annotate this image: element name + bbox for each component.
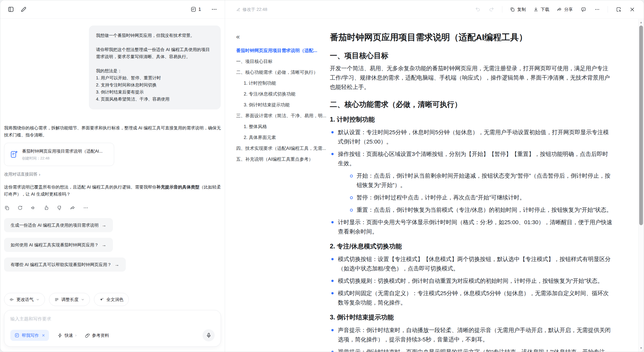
arrow-right-icon: → — [102, 223, 106, 228]
copy-doc-button[interactable]: 复制 — [510, 7, 526, 12]
toolbar-divider — [608, 6, 608, 13]
user-message-line: 我的想法是： — [96, 67, 214, 75]
arrow-right-icon: → — [102, 242, 106, 248]
share-doc-button[interactable]: 分享 — [557, 7, 573, 12]
bullet-item: 默认设置：专注时间25分钟，休息时间5分钟（短休息），无需用户手动设置初始值，打… — [330, 128, 613, 146]
user-message-line: 4. 页面风格希望简洁、干净、容易使用 — [96, 96, 214, 103]
regenerate-button[interactable] — [17, 205, 23, 210]
change-tone-label: 更改语气 — [16, 297, 34, 302]
writing-tools-row: 更改语气 调整长度 全文润色 — [4, 293, 221, 306]
scroll-up-arrow[interactable]: ▲ — [638, 19, 644, 25]
document-toolbar: 修改于 22:48 复制 下载 — [225, 0, 644, 19]
outline-item[interactable]: 一、项目核心目标 — [236, 58, 330, 64]
redo-icon — [489, 7, 494, 12]
undo-button[interactable] — [475, 6, 481, 12]
chevron-right-icon: › — [75, 333, 77, 338]
copy-icon — [510, 7, 515, 12]
change-tone-button[interactable]: 更改语气 — [4, 293, 45, 306]
toolbar-divider — [502, 6, 502, 13]
outline-item[interactable]: 二、核心功能需求（必做，清晰可执行） — [236, 69, 330, 75]
polish-text-button[interactable]: 全文润色 — [94, 293, 129, 306]
outline-item[interactable]: 2. 专注/休息模式切换功能 — [236, 91, 330, 97]
thumbs-up-button[interactable] — [43, 205, 49, 210]
assistant-intro-text: 我将围绕你的核心需求，拆解功能细节、界面要求和执行标准，整理成 AI 编程工具可… — [4, 125, 221, 139]
chat-more-button[interactable] — [211, 6, 218, 13]
bullet-text: 操作按钮：页面核心区域设置3个清晰按钮，分别为【开始】【暂停】【重置】，按钮功能… — [338, 151, 608, 167]
bullet-item: 视觉提示：倒计时结束时，页面中央显示明显的提示文字（如“专注结束，该休息啦！”“… — [330, 347, 613, 352]
voice-input-button[interactable] — [203, 329, 215, 341]
quick-mode-label: 快速 — [64, 333, 73, 338]
suggestion-chip[interactable]: 如何使用 AI 编程工具实现番茄时钟网页应用？ → — [4, 238, 113, 252]
doc-more-button[interactable] — [594, 6, 600, 12]
collapse-outline-button[interactable]: « — [236, 33, 330, 40]
sidebar-toggle-button[interactable] — [7, 6, 14, 13]
reference-material-button[interactable]: 参考资料 — [85, 333, 109, 338]
outline-title[interactable]: 番茄时钟网页应用项目需求说明（适配... — [236, 48, 330, 54]
message-more-button[interactable] — [83, 205, 88, 210]
redo-button[interactable] — [488, 6, 494, 12]
artifact-count: 1 — [198, 7, 201, 12]
bullet-text: 暂停：倒计时过程中点击，计时停止，再次点击“开始”可继续计时。 — [357, 194, 525, 201]
prompt-input[interactable] — [10, 316, 215, 322]
artifact-count-badge[interactable]: 1 — [190, 6, 201, 12]
bullet-text: 计时显示：页面中央用大号字体显示倒计时时间（格式：分:秒，如25:00、01:3… — [338, 219, 612, 235]
bullet-list: 声音提示：倒计时结束时，自动播放一段轻柔、清晰的提示音（无需用户手动开启，默认开… — [330, 325, 613, 352]
composer: 帮我写作 ✕ 快速 › 参考资料 — [4, 310, 221, 347]
share-doc-label: 分享 — [564, 7, 573, 12]
paperclip-icon — [85, 333, 90, 338]
outline-item[interactable]: 3. 倒计时结束提示功能 — [236, 102, 330, 108]
bullet-text: 模式切换按钮：设置【专注模式】【休息模式】两个切换按钮，默认选中【专注模式】，按… — [338, 256, 611, 272]
bullet-item: 操作按钮：页面核心区域设置3个清晰按钮，分别为【开始】【暂停】【重置】，按钮功能… — [330, 149, 613, 215]
outline-item[interactable]: 四、技术实现要求（适配AI编程工具，无需... — [236, 145, 330, 151]
sub-bullet-item: 重置：点击后，倒计时恢复为当前模式（专注/休息）的初始时间，计时停止，按钮恢复为… — [349, 205, 613, 215]
generated-doc-card[interactable]: 番茄时钟网页应用项目需求说明（适配AI... 创建时间：22:48 — [4, 143, 114, 166]
doc-outline: « 番茄时钟网页应用项目需求说明（适配... 一、项目核心目标 二、核心功能需求… — [225, 19, 330, 352]
scroll-down-arrow[interactable]: ▼ — [638, 345, 644, 351]
help-me-write-chip[interactable]: 帮我写作 ✕ — [10, 330, 49, 341]
thumbs-down-button[interactable] — [57, 205, 62, 210]
answer-in-chat-link[interactable]: 改用对话直接回答 › — [4, 172, 221, 177]
suggestion-chip[interactable]: 生成一份适合 AI 编程工具使用的项目需求说明 → — [4, 218, 113, 232]
outline-item[interactable]: 五、补充说明（AI编程工具重点参考） — [236, 156, 330, 162]
outline-item[interactable]: 2. 具体界面元素 — [236, 134, 330, 140]
bullet-text: 声音提示：倒计时结束时，自动播放一段轻柔、清晰的提示音（无需用户手动开启，默认开… — [338, 327, 611, 343]
outline-item[interactable]: 1. 整体风格 — [236, 124, 330, 130]
section-paragraph: 开发一个简洁、易用、无多余复杂功能的番茄时钟网页应用，无需注册登录，打开网页即可… — [330, 64, 613, 92]
doc-card-created-time: 创建时间：22:48 — [22, 156, 103, 161]
read-aloud-button[interactable] — [30, 205, 36, 210]
bullet-item: 计时显示：页面中央用大号字体显示倒计时时间（格式：分:秒，如25:00、01:3… — [330, 218, 613, 236]
comment-icon — [581, 7, 586, 12]
sidebar-icon — [8, 6, 14, 13]
suggestion-label: 生成一份适合 AI 编程工具使用的项目需求说明 — [11, 222, 99, 228]
followup-bold: 补充提示音的具体类型 — [157, 185, 200, 190]
more-dots-icon — [595, 7, 600, 12]
suggestion-chip[interactable]: 有哪些 AI 编程工具可以帮助实现番茄时钟网页应用？ → — [4, 257, 126, 272]
outline-item[interactable]: 1. 计时控制功能 — [236, 80, 330, 86]
close-doc-button[interactable] — [629, 6, 635, 12]
bullet-text: 视觉提示：倒计时结束时，页面中央显示明显的提示文字（如“专注结束，该休息啦！”“… — [338, 349, 605, 352]
copy-message-button[interactable] — [4, 205, 10, 210]
document-badge-icon — [190, 6, 196, 12]
scrollbar-thumb[interactable] — [639, 26, 643, 225]
new-chat-button[interactable] — [20, 6, 27, 13]
length-lines-icon — [54, 297, 59, 302]
suggestion-label: 如何使用 AI 编程工具实现番茄时钟网页应用？ — [11, 242, 99, 248]
share-message-button[interactable] — [70, 205, 75, 210]
quick-mode-button[interactable]: 快速 › — [58, 333, 77, 338]
remove-chip-icon[interactable]: ✕ — [42, 333, 45, 338]
open-fullpage-button[interactable] — [615, 6, 622, 12]
doc-content: 番茄时钟网页应用项目需求说明（适配AI编程工具） 一、项目核心目标 开发一个简洁… — [330, 19, 613, 352]
download-doc-button[interactable]: 下载 — [533, 7, 549, 12]
user-message-line: 1. 用户可以开始、暂停、重置计时 — [96, 75, 214, 82]
download-doc-label: 下载 — [541, 7, 549, 12]
outline-item[interactable]: 三、界面设计需求（简洁、干净、易用，明... — [236, 113, 330, 119]
undo-icon — [475, 7, 481, 12]
copy-icon — [4, 205, 10, 210]
chevron-right-icon: › — [39, 172, 40, 177]
doc-scrollbar[interactable]: ▲ ▼ — [638, 19, 644, 352]
adjust-length-button[interactable]: 调整长度 — [49, 293, 90, 306]
help-me-write-label: 帮我写作 — [22, 333, 39, 338]
bullet-text: 重置：点击后，倒计时恢复为当前模式（专注/休息）的初始时间，计时停止，按钮恢复为… — [357, 207, 612, 213]
comments-button[interactable] — [580, 6, 586, 12]
bullet-item: 模式时间固定（无需自定义）：专注模式25分钟，休息模式5分钟（短休息），无需添加… — [330, 289, 613, 307]
